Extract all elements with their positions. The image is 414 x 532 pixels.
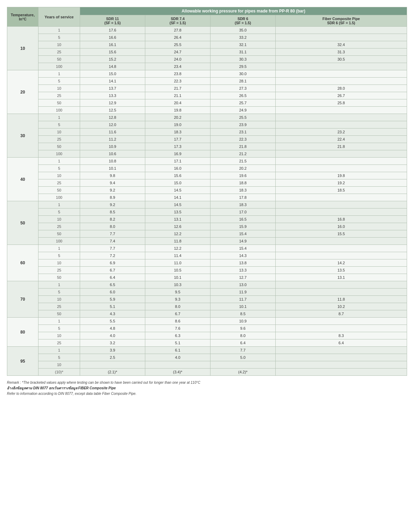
data-cell-sdr74: 11.4 [145, 252, 210, 259]
table-row: 10012.519.824.9 [7, 107, 407, 114]
remark-1: Remark : *The bracketed values apply whe… [7, 380, 407, 385]
years-cell: 25 [38, 267, 80, 274]
temp-cell: 40 [7, 158, 38, 201]
data-cell-sdr11: 7.7 [80, 230, 145, 238]
data-cell-sdr11 [80, 361, 145, 369]
data-cell-sdr11: 13.7 [80, 85, 145, 92]
data-cell-fiber: 11.8 [275, 296, 407, 303]
table-row: 5019.214.518.3 [7, 201, 407, 209]
data-cell-sdr6: 23.1 [210, 128, 275, 136]
data-cell-sdr11: 5.9 [80, 296, 145, 303]
data-cell-sdr6: 8.5 [210, 310, 275, 318]
data-cell-fiber [275, 252, 407, 259]
data-cell-sdr11: 12.5 [80, 107, 145, 114]
data-cell-sdr11: 8.0 [80, 223, 145, 230]
data-cell-sdr11: 9.2 [80, 201, 145, 209]
data-cell-sdr11: 14.1 [80, 78, 145, 85]
data-cell-sdr74: (3.4)* [145, 369, 210, 376]
data-cell-sdr11: 10.1 [80, 165, 145, 172]
data-cell-fiber: 21.8 [275, 143, 407, 150]
data-cell-fiber: 26.7 [275, 92, 407, 99]
years-cell: 25 [38, 92, 80, 99]
data-cell-sdr11: 4.8 [80, 325, 145, 332]
data-cell-fiber [275, 158, 407, 165]
data-cell-sdr74: 12.2 [145, 245, 210, 252]
data-cell-sdr74: 20.4 [145, 99, 210, 107]
table-row: 504.36.78.58.7 [7, 310, 407, 318]
data-cell-sdr74: 8.6 [145, 318, 210, 325]
data-cell-fiber [275, 281, 407, 289]
data-cell-sdr11: 7.4 [80, 238, 145, 245]
remarks-section: Remark : *The bracketed values apply whe… [7, 380, 407, 397]
data-cell-sdr74: 16.0 [145, 165, 210, 172]
table-row: 2515.624.731.131.3 [7, 48, 407, 56]
data-cell-sdr6: 13.8 [210, 259, 275, 267]
data-cell-sdr11: (2.1)* [80, 369, 145, 376]
data-cell-sdr74: 14.1 [145, 194, 210, 201]
data-cell-sdr74: 7.6 [145, 325, 210, 332]
data-cell-sdr74: 24.0 [145, 56, 210, 63]
data-cell-sdr11: 8.5 [80, 209, 145, 216]
data-cell-sdr74: 17.1 [145, 158, 210, 165]
data-cell-sdr74: 6.1 [145, 347, 210, 354]
years-cell: 5 [38, 165, 80, 172]
table-row: 10 [7, 361, 407, 369]
data-cell-fiber: 25.8 [275, 99, 407, 107]
table-row: 255.18.010.110.2 [7, 303, 407, 310]
data-cell-fiber [275, 194, 407, 201]
data-cell-sdr6: 27.3 [210, 85, 275, 92]
data-cell-sdr6: 25.7 [210, 99, 275, 107]
data-cell-sdr11: 10.9 [80, 143, 145, 150]
main-header: Allowable working pressure for pipes mad… [80, 7, 407, 15]
data-cell-sdr6: 23.9 [210, 121, 275, 128]
data-cell-sdr6: 19.6 [210, 172, 275, 179]
table-row: 20115.023.830.0 [7, 70, 407, 78]
years-cell: 25 [38, 223, 80, 230]
years-cell: 10 [38, 216, 80, 223]
years-cell: 50 [38, 274, 80, 281]
table-row: 40110.817.121.5 [7, 158, 407, 165]
data-cell-sdr11: 9.4 [80, 179, 145, 187]
data-cell-sdr74: 26.4 [145, 34, 210, 41]
data-cell-sdr11: 10.6 [80, 150, 145, 158]
table-row: 108.213.116.516.8 [7, 216, 407, 223]
pressure-table: Temperature,In°C Years of service Allowa… [7, 7, 407, 376]
data-cell-fiber [275, 34, 407, 41]
years-cell: 1 [38, 245, 80, 252]
data-cell-sdr74: 17.3 [145, 143, 210, 150]
table-row: 30112.820.225.5 [7, 114, 407, 121]
data-cell-fiber [275, 209, 407, 216]
temp-cell: 95 [7, 347, 38, 376]
years-cell: 5 [38, 34, 80, 41]
data-cell-fiber: 32.4 [275, 41, 407, 48]
years-cell: 100 [38, 238, 80, 245]
data-cell-sdr6: 32.1 [210, 41, 275, 48]
data-cell-sdr74: 15.0 [145, 179, 210, 187]
data-cell-sdr6: 20.2 [210, 165, 275, 172]
data-cell-sdr74: 21.1 [145, 92, 210, 99]
data-cell-sdr11: 8.9 [80, 194, 145, 201]
data-cell-sdr74: 21.7 [145, 85, 210, 92]
years-cell: 10 [38, 85, 80, 92]
table-row: 6017.712.215.4 [7, 245, 407, 252]
years-cell: 50 [38, 187, 80, 194]
temp-cell: 50 [7, 201, 38, 245]
data-cell-sdr74: 13.1 [145, 216, 210, 223]
table-body: 10117.627.835.0516.626.433.21016.125.532… [7, 27, 407, 376]
data-cell-sdr6: 6.4 [210, 339, 275, 347]
table-row: 506.410.112.713.1 [7, 274, 407, 281]
data-cell-sdr6: 17.0 [210, 209, 275, 216]
data-cell-sdr6: 9.6 [210, 325, 275, 332]
data-cell-sdr11: 12.0 [80, 121, 145, 128]
years-cell: 50 [38, 99, 80, 107]
col-header-sdr11: SDR 11(SF = 1.5) [80, 15, 145, 27]
data-cell-sdr6: 13.3 [210, 267, 275, 274]
data-cell-sdr6: 18.3 [210, 187, 275, 194]
table-row: 509.214.518.318.5 [7, 187, 407, 194]
years-cell: 100 [38, 150, 80, 158]
data-cell-sdr74: 19.0 [145, 121, 210, 128]
years-cell: 10 [38, 128, 80, 136]
years-cell: 1 [38, 27, 80, 34]
data-cell-sdr74: 12.2 [145, 230, 210, 238]
data-cell-fiber: 30.5 [275, 56, 407, 63]
